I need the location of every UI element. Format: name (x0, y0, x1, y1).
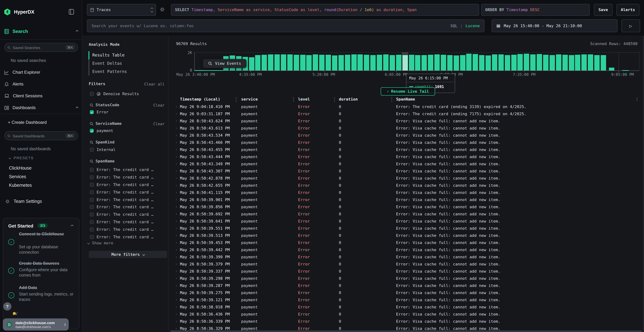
table-row[interactable]: ›May 26 8:50:43.534 PMpaymentError0Error… (170, 132, 644, 139)
checkbox[interactable] (90, 228, 94, 232)
expand-row-icon[interactable]: › (175, 191, 177, 194)
table-row[interactable]: ›May 26 8:50:42.878 PMpaymentError0Error… (170, 174, 644, 182)
mode-tab-event-patterns[interactable]: Event Patterns (92, 69, 127, 74)
table-row[interactable]: ›May 26 8:50:38.918 PMpaymentError0Error… (170, 304, 644, 310)
run-query-button[interactable]: ▷ (622, 19, 640, 32)
checkbox[interactable] (90, 183, 94, 186)
expand-row-icon[interactable]: › (175, 205, 177, 208)
table-row[interactable]: ›May 26 8:50:39.337 PMpaymentError0Error… (170, 268, 644, 275)
sidebar-item-chart-explorer[interactable]: Chart Explorer (4, 70, 78, 75)
col-level[interactable]: level (298, 97, 310, 102)
expand-row-icon[interactable]: › (175, 162, 177, 166)
col-duration[interactable]: duration (339, 97, 358, 102)
filter-option-spanname[interactable]: Error: The credit card … (90, 218, 165, 226)
table-row[interactable]: ›May 26 8:50:43.624 PMpaymentError0Error… (170, 117, 644, 124)
expand-row-icon[interactable]: › (175, 270, 177, 273)
sql-select-editor[interactable]: SELECT Timestamp, ServiceName as service… (171, 4, 479, 16)
collapse-sidebar-icon[interactable] (69, 9, 74, 15)
table-row[interactable]: ›May 26 8:50:39.856 PMpaymentError0Error… (170, 203, 644, 210)
expand-row-icon[interactable]: › (175, 276, 177, 280)
expand-row-icon[interactable]: › (175, 140, 177, 144)
table-row[interactable]: ›May 26 8:50:39.399 PMpaymentError0Error… (170, 253, 644, 260)
clear-servicename[interactable]: Clear (153, 122, 164, 126)
table-row[interactable]: ›May 26 8:50:36.329 PMpaymentError0Error… (170, 325, 644, 330)
expand-row-icon[interactable]: › (175, 212, 177, 216)
saved-dashboards-input[interactable] (13, 134, 63, 138)
table-row[interactable]: ›May 26 8:50:39.275 PMpaymentError0Error… (170, 289, 644, 296)
checkbox[interactable] (90, 235, 94, 239)
presets-toggle[interactable]: PRESETS (9, 156, 34, 160)
table-row[interactable]: ›May 26 8:50:41.115 PMpaymentError0Error… (170, 189, 644, 196)
vertical-scrollbar-track[interactable] (643, 36, 644, 332)
expand-row-icon[interactable]: › (175, 298, 177, 302)
column-separator[interactable] (236, 97, 236, 102)
checkbox[interactable] (90, 198, 94, 202)
resume-live-tail-button[interactable]: ⚡ Resume Live Tail (381, 87, 435, 96)
order-by-editor[interactable]: ORDER BY Timestamp DESC (481, 4, 590, 16)
event-search-bar[interactable]: SQL | Lucene (87, 19, 484, 32)
table-row[interactable]: ›May 26 8:50:43.349 PMpaymentError0Error… (170, 160, 644, 168)
expand-row-icon[interactable]: › (175, 155, 177, 158)
create-dashboard-button[interactable]: + Create Dashboard (8, 120, 47, 125)
expand-row-icon[interactable]: › (175, 284, 177, 287)
checkbox[interactable] (90, 220, 94, 224)
expand-row-icon[interactable]: › (175, 134, 177, 137)
saved-searches-input[interactable] (13, 45, 63, 50)
table-row[interactable]: ›May 26 8:50:43.613 PMpaymentError0Error… (170, 124, 644, 132)
search-input[interactable] (92, 24, 450, 28)
checkbox[interactable] (90, 175, 94, 179)
filter-option-spanname[interactable]: Error: The credit card … (90, 196, 165, 204)
horizontal-scrollbar[interactable] (170, 330, 642, 332)
col-timestamp[interactable]: Timestamp (Local) (180, 97, 220, 102)
table-row[interactable]: ›May 26 8:50:43.307 PMpaymentError0Error… (170, 168, 644, 174)
column-separator[interactable] (392, 97, 392, 102)
date-range-picker[interactable]: May 26 15:40:00 - May 26 21:10:00 (492, 19, 618, 32)
filter-option-internal[interactable]: Internal (90, 148, 116, 152)
expand-row-icon[interactable]: › (175, 148, 177, 151)
table-row[interactable]: ›May 26 8:50:39.641 PMpaymentError0Error… (170, 218, 644, 225)
table-row[interactable]: ›May 26 8:50:39.692 PMpaymentError0Error… (170, 210, 644, 218)
user-menu[interactable]: D dale@clickhouse.com dale@clickhouse.co… (3, 318, 69, 330)
table-row[interactable]: ›May 26 8:50:42.655 PMpaymentError0Error… (170, 182, 644, 189)
expand-row-icon[interactable]: › (175, 198, 177, 202)
preset-item-services[interactable]: Services (9, 172, 32, 181)
expand-row-icon[interactable]: › (175, 112, 177, 116)
show-more-button[interactable]: Show more (88, 241, 113, 246)
filter-option-error[interactable]: Error (90, 110, 108, 114)
expand-row-icon[interactable]: › (175, 119, 177, 123)
checkbox-checked[interactable] (90, 129, 94, 133)
expand-row-icon[interactable]: › (175, 219, 177, 223)
expand-row-icon[interactable]: › (175, 262, 177, 266)
expand-row-icon[interactable]: › (175, 248, 177, 252)
collapse-card-icon[interactable] (71, 225, 73, 227)
column-separator[interactable] (334, 97, 335, 102)
table-row[interactable]: ›May 26 8:50:43.455 PMpaymentError0Error… (170, 146, 644, 153)
expand-row-icon[interactable]: › (175, 184, 177, 187)
filter-option-spanname[interactable]: Error: The credit card … (90, 166, 165, 174)
filter-option-spanname[interactable]: Error: The credit card … (90, 211, 165, 218)
table-row[interactable]: ›May 26 8:50:39.551 PMpaymentError0Error… (170, 225, 644, 232)
alerts-button[interactable]: Alerts (616, 4, 639, 16)
source-settings-gear-icon[interactable] (160, 7, 165, 12)
expand-row-icon[interactable]: › (175, 226, 177, 230)
column-options-icon[interactable]: ⋮ (635, 97, 639, 102)
expand-row-icon[interactable]: › (175, 126, 177, 130)
mode-lucene-toggle[interactable]: Lucene (466, 24, 480, 28)
filter-option-spanname[interactable]: Error: The credit card … (90, 226, 165, 233)
sidebar-item-alerts[interactable]: Alerts (4, 82, 78, 86)
expand-row-icon[interactable]: › (175, 169, 177, 173)
filter-option-spanname[interactable]: Error: The credit card … (90, 174, 165, 181)
expand-row-icon[interactable]: › (175, 255, 177, 259)
checkbox[interactable] (90, 213, 94, 216)
source-select[interactable]: Traces (87, 4, 156, 16)
table-row[interactable]: ›May 26 8:50:36.339 PMpaymentError0Error… (170, 318, 644, 325)
preset-item-clickhouse[interactable]: ClickHouse (9, 164, 32, 172)
checkbox[interactable] (90, 190, 94, 194)
table-row[interactable]: ›May 26 8:50:39.442 PMpaymentError0Error… (170, 246, 644, 253)
mode-sql-toggle[interactable]: SQL (450, 24, 458, 28)
expand-row-icon[interactable]: › (175, 327, 177, 330)
table-row[interactable]: ›May 26 8:50:39.121 PMpaymentError0Error… (170, 296, 644, 304)
view-events-button[interactable]: View Events (203, 59, 246, 68)
checkbox[interactable] (90, 92, 94, 96)
table-row[interactable]: ›May 26 8:50:39.298 PMpaymentError0Error… (170, 275, 644, 282)
